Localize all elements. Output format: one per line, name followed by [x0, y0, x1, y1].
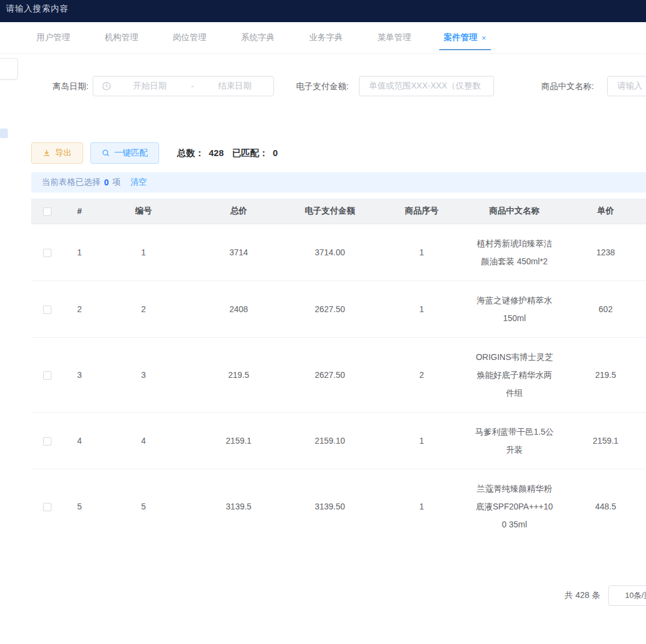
cropped-left-chip: [0, 129, 8, 138]
row-checkbox-cell: [31, 412, 63, 469]
row-checkbox[interactable]: [43, 437, 51, 445]
tab-3[interactable]: 岗位管理: [171, 22, 208, 53]
table-row: 2224082627.501海蓝之谜修护精萃水 150ml602: [31, 280, 646, 337]
row-checkbox-cell: [31, 337, 63, 412]
stats: 总数： 428 已匹配： 0: [177, 148, 278, 159]
cell-code: 5: [96, 469, 191, 543]
cell-name: 植村秀新琥珀臻萃洁颜油套装 450ml*2: [470, 224, 559, 280]
cell-seq: 2: [374, 337, 470, 412]
pagination-total: 共 428 条: [565, 590, 600, 601]
epay-amount-label: 电子支付金额:: [296, 81, 349, 92]
tab-close-icon[interactable]: ×: [482, 33, 486, 42]
one-click-match-button[interactable]: 一键匹配: [90, 142, 159, 164]
row-checkbox[interactable]: [43, 503, 51, 511]
search-icon: [102, 149, 110, 157]
cell-name: 兰蔻菁纯臻颜精华粉底液SPF20PA+++100 35ml: [470, 469, 559, 543]
date-range-picker[interactable]: 开始日期 - 结束日期: [93, 76, 274, 96]
table-row: 1137143714.001植村秀新琥珀臻萃洁颜油套装 450ml*21238: [31, 224, 646, 280]
cell-index: 4: [63, 412, 96, 469]
cell-total: 2408: [191, 280, 286, 337]
cell-total: 3714: [191, 224, 286, 280]
row-checkbox-cell: [31, 469, 63, 543]
tab-1[interactable]: 用户管理: [35, 22, 72, 53]
table-row: 442159.12159.101马爹利蓝带干邑1.5公升装2159.1: [31, 412, 646, 469]
column-header: #: [63, 199, 96, 224]
table-body: 1137143714.001植村秀新琥珀臻萃洁颜油套装 450ml*212382…: [31, 224, 646, 543]
column-header: 总价: [191, 199, 286, 224]
tab-bar: 用户管理机构管理岗位管理系统字典业务字典菜单管理案件管理×: [0, 22, 646, 54]
global-search-input[interactable]: 请输入搜索内容: [6, 4, 69, 13]
export-button[interactable]: 导出: [31, 142, 83, 164]
column-header: 电子支付金额: [286, 199, 374, 224]
cell-unit: 1238: [559, 224, 646, 280]
tab-6[interactable]: 菜单管理: [376, 22, 413, 53]
column-header: 编号: [96, 199, 191, 224]
cell-total: 2159.1: [191, 412, 286, 469]
selection-alert: 当前表格已选择 0 项 清空: [31, 172, 646, 193]
cell-index: 3: [63, 337, 96, 412]
total-count-label: 总数：: [177, 148, 204, 159]
row-checkbox[interactable]: [43, 306, 51, 314]
date-separator: -: [188, 81, 196, 91]
table-row: 33219.52627.502ORIGINS韦博士灵芝焕能好底子精华水两件组21…: [31, 337, 646, 412]
cell-seq: 1: [374, 469, 470, 543]
product-name-label: 商品中文名称:: [541, 81, 594, 92]
cell-seq: 1: [374, 280, 470, 337]
top-header-bar: 请输入搜索内容: [0, 0, 646, 22]
total-count-value: 428: [209, 148, 224, 159]
toolbar: 导出 一键匹配 总数： 428 已匹配： 0: [0, 142, 646, 164]
download-icon: [42, 149, 51, 157]
filter-bar: 离岛日期: 开始日期 - 结束日期 电子支付金额: 单值或范围XXX-XXX（仅…: [0, 54, 646, 108]
tab-label: 菜单管理: [377, 32, 411, 43]
tab-label: 机构管理: [105, 32, 138, 43]
row-checkbox[interactable]: [43, 249, 51, 257]
date-end-placeholder[interactable]: 结束日期: [196, 81, 273, 91]
date-start-placeholder[interactable]: 开始日期: [111, 81, 188, 91]
product-name-input[interactable]: 请输入: [607, 76, 646, 96]
cell-unit: 602: [559, 280, 646, 337]
cell-name: 海蓝之谜修护精萃水 150ml: [470, 280, 559, 337]
cell-index: 5: [63, 469, 96, 543]
tab-label: 案件管理: [444, 32, 477, 43]
cell-total: 219.5: [191, 337, 286, 412]
tab-2[interactable]: 机构管理: [103, 22, 140, 53]
pagination: 共 428 条 10条/页: [0, 585, 646, 606]
cell-total: 3139.5: [191, 469, 286, 543]
tab-4[interactable]: 系统字典: [239, 22, 276, 53]
column-header: 单价: [559, 199, 646, 224]
match-button-label: 一键匹配: [114, 148, 148, 158]
row-checkbox-cell: [31, 224, 63, 280]
data-table: #编号总价电子支付金额商品序号商品中文名称单价 1137143714.001植村…: [31, 199, 646, 543]
tab-7[interactable]: 案件管理×: [444, 22, 486, 53]
cell-index: 2: [63, 280, 96, 337]
epay-amount-input[interactable]: 单值或范围XXX-XXX（仅整数: [359, 76, 494, 96]
cell-unit: 2159.1: [559, 412, 646, 469]
row-checkbox[interactable]: [43, 371, 51, 380]
data-table-wrap: #编号总价电子支付金额商品序号商品中文名称单价 1137143714.001植村…: [31, 199, 646, 543]
column-header: 商品中文名称: [470, 199, 559, 224]
cell-code: 2: [96, 280, 191, 337]
cell-name: ORIGINS韦博士灵芝焕能好底子精华水两件组: [470, 337, 559, 412]
cell-unit: 219.5: [559, 337, 646, 412]
cell-seq: 1: [374, 412, 470, 469]
table-header-row: #编号总价电子支付金额商品序号商品中文名称单价: [31, 199, 646, 224]
clear-selection-link[interactable]: 清空: [130, 177, 147, 188]
cell-unit: 448.5: [559, 469, 646, 543]
cell-epay: 3139.50: [286, 469, 374, 543]
select-all-checkbox[interactable]: [43, 207, 51, 216]
page-size-select[interactable]: 10条/页: [608, 585, 646, 606]
selection-count: 0: [104, 178, 109, 187]
cell-code: 3: [96, 337, 191, 412]
date-filter-label: 离岛日期:: [53, 81, 89, 92]
tab-5[interactable]: 业务字典: [307, 22, 345, 53]
cell-epay: 2627.50: [286, 280, 374, 337]
tab-label: 业务字典: [309, 32, 343, 43]
row-checkbox-cell: [31, 280, 63, 337]
selection-suffix: 项: [112, 177, 121, 188]
cell-index: 1: [63, 224, 96, 280]
cell-name: 马爹利蓝带干邑1.5公升装: [470, 412, 559, 469]
tab-label: 系统字典: [241, 32, 275, 43]
cell-seq: 1: [374, 224, 470, 280]
cell-code: 1: [96, 224, 191, 280]
selection-prefix: 当前表格已选择: [42, 177, 100, 188]
